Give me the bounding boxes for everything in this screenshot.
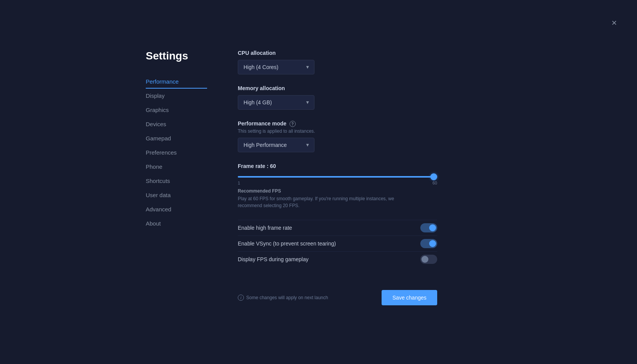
slider-min: 1 [238, 181, 240, 185]
sidebar-item-preferences[interactable]: Preferences [146, 145, 207, 160]
content-panel: CPU allocation Low (1 Core) Medium (2 Co… [238, 50, 437, 305]
sidebar-nav: Performance Display Graphics Devices Gam… [146, 74, 207, 231]
memory-allocation-label: Memory allocation [238, 85, 437, 91]
memory-allocation-group: Memory allocation Low (1 GB) Medium (2 G… [238, 85, 437, 110]
sidebar-item-devices[interactable]: Devices [146, 117, 207, 131]
memory-allocation-select-wrapper: Low (1 GB) Medium (2 GB) High (4 GB) Cus… [238, 95, 314, 110]
toggle-knob-vsync [429, 240, 436, 247]
sidebar-item-performance[interactable]: Performance [146, 74, 207, 89]
settings-title: Settings [146, 50, 207, 62]
footer-info-icon: i [238, 295, 244, 301]
memory-allocation-select[interactable]: Low (1 GB) Medium (2 GB) High (4 GB) Cus… [238, 95, 314, 110]
sidebar-item-graphics[interactable]: Graphics [146, 103, 207, 117]
toggle-row-vsync: Enable VSync (to prevent screen tearing) [238, 236, 437, 251]
close-icon: ✕ [611, 19, 617, 27]
sidebar-item-advanced[interactable]: Advanced [146, 202, 207, 216]
performance-mode-select-wrapper: Power Save Balanced High Performance ▼ [238, 138, 314, 152]
cpu-allocation-select-wrapper: Low (1 Core) Medium (2 Cores) High (4 Co… [238, 60, 314, 74]
frame-rate-label: Frame rate : 60 [238, 163, 437, 169]
toggle-knob-high-frame-rate [429, 224, 436, 231]
footer-note: i Some changes will apply on next launch [238, 295, 328, 301]
footer-bar: i Some changes will apply on next launch… [238, 284, 437, 305]
toggle-display-fps[interactable] [420, 255, 437, 264]
sidebar-item-display[interactable]: Display [146, 89, 207, 103]
footer-note-text: Some changes will apply on next launch [246, 295, 328, 300]
toggle-row-display-fps: Display FPS during gameplay [238, 251, 437, 267]
toggle-label-display-fps: Display FPS during gameplay [238, 256, 308, 262]
slider-range: 1 60 [238, 181, 437, 185]
sidebar-item-phone[interactable]: Phone [146, 160, 207, 174]
toggle-knob-display-fps [421, 256, 428, 263]
performance-mode-label: Performance mode ? [238, 120, 437, 127]
cpu-allocation-select[interactable]: Low (1 Core) Medium (2 Cores) High (4 Co… [238, 60, 314, 74]
toggle-high-frame-rate[interactable] [420, 223, 437, 232]
sidebar-item-about[interactable]: About [146, 216, 207, 231]
frame-rate-slider[interactable] [238, 176, 437, 178]
toggle-vsync[interactable] [420, 239, 437, 248]
recommended-fps-desc: Play at 60 FPS for smooth gameplay. If y… [238, 195, 414, 209]
frame-rate-section: Frame rate : 60 1 60 Recommended FPS Pla… [238, 163, 437, 209]
sidebar-item-shortcuts[interactable]: Shortcuts [146, 174, 207, 188]
close-button[interactable]: ✕ [609, 18, 619, 28]
performance-mode-group: Performance mode ? This setting is appli… [238, 120, 437, 152]
cpu-allocation-group: CPU allocation Low (1 Core) Medium (2 Co… [238, 50, 437, 74]
recommended-fps-section: Recommended FPS Play at 60 FPS for smoot… [238, 188, 437, 209]
toggle-row-high-frame-rate: Enable high frame rate [238, 220, 437, 236]
toggle-label-high-frame-rate: Enable high frame rate [238, 225, 292, 231]
frame-rate-slider-container: 1 60 [238, 172, 437, 185]
toggle-label-vsync: Enable VSync (to prevent screen tearing) [238, 240, 336, 247]
performance-mode-sublabel: This setting is applied to all instances… [238, 128, 437, 134]
slider-max: 60 [433, 181, 437, 185]
performance-mode-help-icon[interactable]: ? [290, 121, 296, 127]
sidebar-item-gamepad[interactable]: Gamepad [146, 131, 207, 145]
settings-sidebar: Settings Performance Display Graphics De… [146, 50, 207, 305]
toggles-section: Enable high frame rate Enable VSync (to … [238, 220, 437, 267]
settings-container: Settings Performance Display Graphics De… [146, 50, 437, 305]
cpu-allocation-label: CPU allocation [238, 50, 437, 56]
save-changes-button[interactable]: Save changes [382, 290, 437, 305]
recommended-fps-title: Recommended FPS [238, 188, 437, 194]
sidebar-item-user-data[interactable]: User data [146, 188, 207, 202]
performance-mode-select[interactable]: Power Save Balanced High Performance [238, 138, 314, 152]
